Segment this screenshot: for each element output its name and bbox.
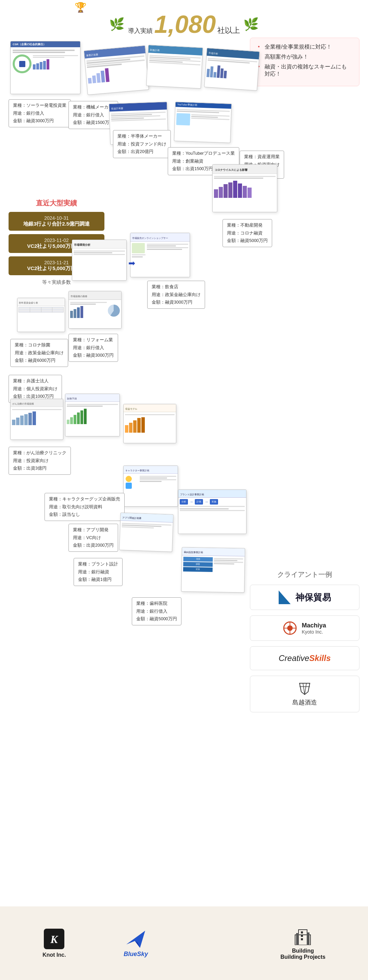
info-tag-plant: 業種：プラント設計 用途：銀行融資 金額：融資1億円 bbox=[73, 558, 123, 586]
doc-csr: CSR（企業の社会的責任） bbox=[10, 41, 80, 94]
info-kingaku-solar: 金額：融資3000万円 bbox=[13, 118, 54, 123]
header-text-group: 導入実績 1,080 社以上 bbox=[128, 10, 240, 38]
doc-chara-body bbox=[124, 474, 178, 491]
bottom-logos-bar: K Knot Inc. BlueSky bbox=[0, 907, 368, 980]
info-yoto-plant: 用途：銀行融資 bbox=[78, 570, 109, 574]
info-kingaku-youtuber: 金額：出資1500万円 bbox=[172, 166, 213, 171]
bluesky-icon bbox=[124, 929, 147, 948]
doc-3-body bbox=[148, 53, 202, 67]
dental-box-2: 課題 bbox=[183, 562, 213, 566]
info-gyoshu-cancer: 業種：がん治療クリニック bbox=[13, 450, 67, 455]
doc-cancer1-bars bbox=[12, 412, 62, 425]
flow-arrow-b: → bbox=[204, 500, 209, 504]
count-suffix: 社以上 bbox=[217, 26, 240, 35]
machiya-name-line1: Machiya bbox=[301, 622, 326, 629]
info-gyoshu-plant: 業種：プラント設計 bbox=[78, 562, 118, 566]
doc-rest-header: 市場販売オンラインショップサー bbox=[131, 233, 190, 242]
doc-chara-icons bbox=[125, 475, 139, 490]
doc-corona-body bbox=[213, 174, 277, 199]
tc-19 bbox=[41, 312, 53, 312]
doc-market-header: 市場環境分析 bbox=[72, 240, 126, 248]
doc-6-body bbox=[175, 107, 231, 128]
doc-cancer2-body bbox=[65, 402, 119, 425]
tc-18 bbox=[30, 312, 41, 312]
svg-rect-16 bbox=[296, 933, 299, 945]
info-kingaku-semi: 金額：出資20億円 bbox=[118, 149, 153, 154]
doc-cancer3-body bbox=[124, 412, 176, 434]
doc-csr-title-text: CSR（企業の社会的責任） bbox=[13, 43, 46, 46]
header-section: 🌿 導入実績 1,080 社以上 🌿 🏆 bbox=[0, 0, 368, 42]
info-yoto-dental: 用途：銀行借入 bbox=[136, 609, 167, 614]
doc-4-bars bbox=[206, 63, 257, 80]
info-gyoshu-corona-kin: 業種：コロナ除菌 bbox=[15, 343, 50, 347]
doc-market-analysis: 市場環境分析 bbox=[72, 240, 127, 281]
doc-restaurant: 市場販売オンラインショップサー bbox=[130, 233, 190, 277]
header-trophy: 🌿 導入実績 1,080 社以上 🌿 bbox=[109, 10, 259, 38]
info-kingaku-machine: 金額：融資1500万円 bbox=[73, 120, 114, 125]
doc-4-header-text: 市場分析 bbox=[209, 52, 218, 55]
doc-4-body bbox=[205, 56, 259, 82]
shimakoshi-icon bbox=[296, 681, 313, 697]
skills-text: Skills bbox=[309, 654, 331, 663]
bottom-client-building: Building Building Projects bbox=[280, 926, 325, 960]
doc-app-body bbox=[120, 521, 173, 531]
recent-results-title: 直近大型実績 bbox=[8, 199, 104, 208]
doc-cancer3-header: 収益モデル bbox=[124, 404, 176, 412]
doc-reform-title: 市場規模の推移 bbox=[70, 295, 87, 298]
info-kingaku-realestate: 金額：融資5000万円 bbox=[227, 238, 268, 243]
doc-reform-left bbox=[70, 301, 107, 318]
machiya-text: Machiya Kyoto Inc. bbox=[301, 622, 326, 635]
info-tag-chara: 業種：キャラクターグッズ企画販売 用途：取引先向け説明資料 金額：該当なし bbox=[45, 493, 124, 521]
info-gyoshu-realestate: 業種：不動産開発 bbox=[227, 223, 263, 228]
mini-table bbox=[19, 307, 64, 312]
flow-box-1: 分析 bbox=[180, 499, 188, 504]
doc-cancer2-title: 財務予測 bbox=[67, 398, 76, 400]
csr-inner-icon bbox=[19, 61, 25, 67]
info-kingaku-app: 金額：出資2000万円 bbox=[73, 543, 114, 548]
info-yoto-solar: 用途：銀行借入 bbox=[13, 111, 44, 116]
feature-item-1: 全業種/全事業規模に対応！ bbox=[258, 43, 352, 51]
doc-corona-title: コロナウイルスによる影響 bbox=[215, 169, 247, 172]
info-gyoshu-reform: 業種：リフォーム業 bbox=[73, 337, 113, 342]
info-tag-realestate: 業種：不動産開発 用途：コロナ融資 金額：融資5000万円 bbox=[223, 219, 272, 247]
feature-box: 全業種/全事業規模に対応！ 高額案件が強み！ 融資・出資の複雑なスキームにも対応… bbox=[250, 38, 360, 86]
info-yoto-semi: 用途：投資ファンド向け bbox=[118, 142, 166, 146]
info-yoto-corona-kin: 用途：政策金融公庫向け bbox=[15, 350, 64, 355]
result-item-1: 2024-10-31 地銀3行より合計2.5億円調達 bbox=[8, 212, 104, 231]
info-gyoshu-chara: 業種：キャラクターグッズ企画販売 bbox=[49, 497, 120, 501]
bluesky-name: BlueSky bbox=[124, 951, 148, 958]
svg-line-5 bbox=[305, 683, 306, 695]
doc-4: 市場分析 bbox=[204, 48, 260, 91]
info-yoto-realestate: 用途：コロナ融資 bbox=[227, 231, 263, 235]
info-gyoshu-asset: 業種：資産運用業 bbox=[244, 154, 280, 159]
doc-cancer3-bars bbox=[125, 417, 175, 433]
doc-chara: キャラクター事業計画 bbox=[123, 466, 178, 507]
clients-section: クライアント一例 神保貿易 Machiya Kyoto Inc. bbox=[250, 570, 360, 718]
tc-17 bbox=[19, 312, 30, 312]
doc-chara-title: キャラクター事業計画 bbox=[125, 469, 149, 472]
doc-2-header-text: 事業計画書 bbox=[86, 53, 98, 56]
feature-item-3: 融資・出資の複雑なスキームにも対応！ bbox=[258, 63, 352, 78]
flow-box-2: 計画 bbox=[195, 499, 203, 504]
info-tag-app: 業種：アプリ開発 用途：VC向け 金額：出資2000万円 bbox=[69, 524, 118, 552]
doc-plant-flow: 分析 → 計画 → 実施 bbox=[180, 499, 245, 504]
svg-text:K: K bbox=[50, 933, 59, 945]
info-yoto-chara: 用途：取引先向け説明資料 bbox=[49, 504, 102, 509]
info-tag-corona-kin: 業種：コロナ除菌 用途：政策金融公庫向け 金額：融資6000万円 bbox=[10, 339, 68, 367]
doc-dental-title: 歯科医院事業計画 bbox=[184, 551, 203, 554]
shimbo-triangle-icon bbox=[279, 590, 291, 604]
doc-plant-body: 分析 → 計画 → 実施 bbox=[178, 498, 246, 513]
laurel-right-icon: 🌿 bbox=[244, 17, 259, 32]
info-tag-dental: 業種：歯科医院 用途：銀行借入 金額：融資5000万円 bbox=[132, 597, 182, 625]
clients-title: クライアント一例 bbox=[250, 570, 360, 579]
flow-arrow-1: ➡ bbox=[128, 258, 135, 268]
doc-dental-flow: 現状 課題 対策 bbox=[183, 557, 244, 572]
shimakoshi-name: 島越酒造 bbox=[292, 698, 317, 706]
creative-text: Creative bbox=[279, 654, 309, 663]
info-tag-reform: 業種：リフォーム業 用途：銀行借入 金額：融資3000万円 bbox=[69, 334, 118, 362]
bottom-client-bluesky: BlueSky bbox=[124, 929, 148, 958]
knot-icon: K bbox=[44, 929, 64, 949]
dental-col-2 bbox=[213, 557, 244, 572]
doc-csr-header: CSR（企業の社会的責任） bbox=[11, 41, 80, 47]
shimakoshi-inner: 島越酒造 bbox=[292, 681, 317, 706]
